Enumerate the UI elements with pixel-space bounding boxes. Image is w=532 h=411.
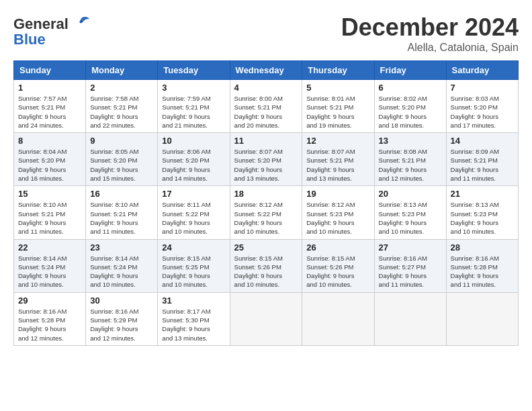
day-number: 6 [379, 83, 442, 93]
calendar-cell: 20Sunrise: 8:13 AM Sunset: 5:23 PM Dayli… [374, 186, 446, 239]
day-number: 21 [451, 189, 514, 199]
page-header: General Blue December 2024 Alella, Catal… [13, 13, 519, 54]
calendar-cell: 13Sunrise: 8:08 AM Sunset: 5:21 PM Dayli… [374, 133, 446, 186]
day-info: Sunrise: 7:58 AM Sunset: 5:21 PM Dayligh… [90, 94, 153, 130]
day-number: 11 [234, 136, 298, 146]
day-info: Sunrise: 8:12 AM Sunset: 5:22 PM Dayligh… [234, 200, 298, 236]
calendar-table: SundayMondayTuesdayWednesdayThursdayFrid… [13, 60, 519, 346]
calendar-cell: 4Sunrise: 8:00 AM Sunset: 5:21 PM Daylig… [230, 80, 302, 133]
calendar-cell: 15Sunrise: 8:10 AM Sunset: 5:21 PM Dayli… [14, 186, 86, 239]
day-info: Sunrise: 8:03 AM Sunset: 5:20 PM Dayligh… [451, 94, 514, 130]
day-info: Sunrise: 8:11 AM Sunset: 5:22 PM Dayligh… [162, 200, 225, 236]
logo-blue-text: Blue [13, 31, 46, 48]
logo: General Blue [13, 13, 91, 48]
calendar-header-row: SundayMondayTuesdayWednesdayThursdayFrid… [14, 61, 519, 80]
day-info: Sunrise: 8:15 AM Sunset: 5:26 PM Dayligh… [306, 254, 369, 289]
day-info: Sunrise: 8:07 AM Sunset: 5:21 PM Dayligh… [306, 147, 369, 183]
calendar-week-1: 1Sunrise: 7:57 AM Sunset: 5:21 PM Daylig… [14, 80, 519, 133]
weekday-header-sunday: Sunday [14, 61, 86, 80]
calendar-cell: 8Sunrise: 8:04 AM Sunset: 5:20 PM Daylig… [14, 133, 86, 186]
day-info: Sunrise: 8:17 AM Sunset: 5:30 PM Dayligh… [162, 307, 225, 342]
day-number: 13 [379, 136, 442, 146]
day-number: 3 [162, 83, 225, 93]
calendar-cell: 31Sunrise: 8:17 AM Sunset: 5:30 PM Dayli… [158, 292, 230, 345]
day-number: 23 [90, 242, 153, 253]
calendar-cell: 5Sunrise: 8:01 AM Sunset: 5:21 PM Daylig… [302, 80, 374, 133]
day-number: 8 [18, 136, 81, 146]
calendar-cell: 29Sunrise: 8:16 AM Sunset: 5:28 PM Dayli… [14, 292, 86, 345]
weekday-header-saturday: Saturday [446, 61, 518, 80]
calendar-cell: 12Sunrise: 8:07 AM Sunset: 5:21 PM Dayli… [302, 133, 374, 186]
weekday-header-tuesday: Tuesday [158, 61, 230, 80]
day-number: 9 [90, 136, 153, 146]
day-number: 15 [18, 189, 81, 199]
day-number: 30 [90, 295, 153, 306]
calendar-cell: 25Sunrise: 8:15 AM Sunset: 5:26 PM Dayli… [230, 239, 302, 292]
day-number: 10 [162, 136, 225, 146]
day-info: Sunrise: 7:59 AM Sunset: 5:21 PM Dayligh… [162, 94, 225, 130]
calendar-week-2: 8Sunrise: 8:04 AM Sunset: 5:20 PM Daylig… [14, 133, 519, 186]
weekday-header-friday: Friday [374, 61, 446, 80]
day-info: Sunrise: 8:13 AM Sunset: 5:23 PM Dayligh… [451, 200, 514, 236]
day-info: Sunrise: 8:10 AM Sunset: 5:21 PM Dayligh… [18, 200, 81, 236]
weekday-header-thursday: Thursday [302, 61, 374, 80]
day-number: 28 [451, 242, 514, 253]
calendar-cell: 30Sunrise: 8:16 AM Sunset: 5:29 PM Dayli… [86, 292, 158, 345]
calendar-cell: 3Sunrise: 7:59 AM Sunset: 5:21 PM Daylig… [158, 80, 230, 133]
calendar-cell: 18Sunrise: 8:12 AM Sunset: 5:22 PM Dayli… [230, 186, 302, 239]
day-info: Sunrise: 8:10 AM Sunset: 5:21 PM Dayligh… [90, 200, 153, 236]
calendar-cell: 26Sunrise: 8:15 AM Sunset: 5:26 PM Dayli… [302, 239, 374, 292]
day-info: Sunrise: 8:16 AM Sunset: 5:28 PM Dayligh… [18, 307, 81, 342]
day-number: 1 [18, 83, 81, 93]
day-info: Sunrise: 8:02 AM Sunset: 5:20 PM Dayligh… [379, 94, 442, 130]
calendar-cell: 17Sunrise: 8:11 AM Sunset: 5:22 PM Dayli… [158, 186, 230, 239]
day-info: Sunrise: 8:14 AM Sunset: 5:24 PM Dayligh… [18, 254, 81, 289]
calendar-cell [230, 292, 302, 345]
calendar-cell: 21Sunrise: 8:13 AM Sunset: 5:23 PM Dayli… [446, 186, 518, 239]
calendar-week-3: 15Sunrise: 8:10 AM Sunset: 5:21 PM Dayli… [14, 186, 519, 239]
calendar-week-4: 22Sunrise: 8:14 AM Sunset: 5:24 PM Dayli… [14, 239, 519, 292]
day-info: Sunrise: 8:00 AM Sunset: 5:21 PM Dayligh… [234, 94, 298, 130]
day-number: 14 [451, 136, 514, 146]
day-info: Sunrise: 7:57 AM Sunset: 5:21 PM Dayligh… [18, 94, 81, 130]
calendar-cell [302, 292, 374, 345]
calendar-cell: 11Sunrise: 8:07 AM Sunset: 5:20 PM Dayli… [230, 133, 302, 186]
day-number: 27 [379, 242, 442, 253]
day-info: Sunrise: 8:15 AM Sunset: 5:25 PM Dayligh… [162, 254, 225, 289]
day-info: Sunrise: 8:04 AM Sunset: 5:20 PM Dayligh… [18, 147, 81, 183]
day-info: Sunrise: 8:09 AM Sunset: 5:21 PM Dayligh… [451, 147, 514, 183]
day-number: 24 [162, 242, 225, 253]
day-info: Sunrise: 8:06 AM Sunset: 5:20 PM Dayligh… [162, 147, 225, 183]
day-number: 5 [306, 83, 369, 93]
calendar-cell: 7Sunrise: 8:03 AM Sunset: 5:20 PM Daylig… [446, 80, 518, 133]
day-info: Sunrise: 8:14 AM Sunset: 5:24 PM Dayligh… [90, 254, 153, 289]
day-number: 22 [18, 242, 81, 253]
day-number: 17 [162, 189, 225, 199]
day-info: Sunrise: 8:15 AM Sunset: 5:26 PM Dayligh… [234, 254, 298, 289]
day-info: Sunrise: 8:16 AM Sunset: 5:27 PM Dayligh… [379, 254, 442, 289]
calendar-cell: 1Sunrise: 7:57 AM Sunset: 5:21 PM Daylig… [14, 80, 86, 133]
calendar-cell: 10Sunrise: 8:06 AM Sunset: 5:20 PM Dayli… [158, 133, 230, 186]
calendar-cell: 24Sunrise: 8:15 AM Sunset: 5:25 PM Dayli… [158, 239, 230, 292]
day-info: Sunrise: 8:13 AM Sunset: 5:23 PM Dayligh… [379, 200, 442, 236]
day-number: 26 [306, 242, 369, 253]
day-number: 18 [234, 189, 298, 199]
calendar-week-5: 29Sunrise: 8:16 AM Sunset: 5:28 PM Dayli… [14, 292, 519, 345]
day-number: 19 [306, 189, 369, 199]
day-number: 31 [162, 295, 225, 306]
day-info: Sunrise: 8:08 AM Sunset: 5:21 PM Dayligh… [379, 147, 442, 183]
title-area: December 2024 Alella, Catalonia, Spain [341, 13, 519, 54]
day-number: 2 [90, 83, 153, 93]
day-number: 16 [90, 189, 153, 199]
calendar-cell: 27Sunrise: 8:16 AM Sunset: 5:27 PM Dayli… [374, 239, 446, 292]
calendar-cell: 19Sunrise: 8:12 AM Sunset: 5:23 PM Dayli… [302, 186, 374, 239]
logo-bird-icon [72, 13, 91, 35]
calendar-cell: 14Sunrise: 8:09 AM Sunset: 5:21 PM Dayli… [446, 133, 518, 186]
day-number: 29 [18, 295, 81, 306]
location-title: Alella, Catalonia, Spain [341, 42, 519, 54]
weekday-header-monday: Monday [86, 61, 158, 80]
month-title: December 2024 [341, 13, 519, 42]
day-number: 4 [234, 83, 298, 93]
calendar-cell: 2Sunrise: 7:58 AM Sunset: 5:21 PM Daylig… [86, 80, 158, 133]
weekday-header-wednesday: Wednesday [230, 61, 302, 80]
